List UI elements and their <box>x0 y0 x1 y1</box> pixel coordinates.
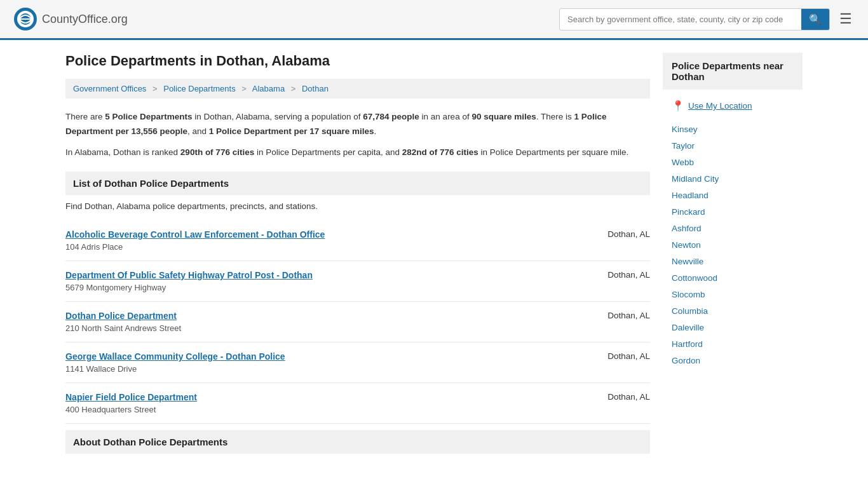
hamburger-icon[interactable]: ☰ <box>836 8 855 30</box>
sidebar-nearby-item: Pinckard <box>672 203 794 220</box>
listing-item-address: 400 Headquarters Street <box>65 405 650 414</box>
sidebar-nearby-item: Columbia <box>672 302 794 319</box>
about-section-header: About Dothan Police Departments <box>65 430 650 454</box>
info-p2-pre: In Alabama, Dothan is ranked <box>65 147 180 157</box>
sidebar-nearby-link[interactable]: Slocomb <box>672 290 705 299</box>
info-p1-pre: There are <box>65 112 105 121</box>
listing-item-header: Dothan Police Department Dothan, AL <box>65 311 650 321</box>
listing-item-name[interactable]: Department Of Public Safety Highway Patr… <box>65 270 313 280</box>
sidebar-nearby-link[interactable]: Taylor <box>672 141 695 151</box>
info-p2-rank2: 282nd of 776 cities <box>402 147 478 157</box>
search-bar: 🔍 <box>559 8 830 30</box>
site-header: CountyOffice.org 🔍 ☰ <box>0 0 868 40</box>
listing-item-header: George Wallace Community College - Dotha… <box>65 351 650 362</box>
listing-item: Alcoholic Beverage Control Law Enforceme… <box>65 220 650 261</box>
list-section-desc: Find Dothan, Alabama police departments,… <box>65 201 650 211</box>
info-p1-mid4: , and <box>187 126 209 136</box>
info-p1-end: . <box>374 126 376 136</box>
sidebar-nearby-item: Hartford <box>672 336 794 352</box>
listing-item-address: 104 Adris Place <box>65 242 650 252</box>
info-p1-pop: 67,784 people <box>363 112 419 121</box>
listing-item-header: Napier Field Police Department Dothan, A… <box>65 392 650 402</box>
listing-item-name[interactable]: Napier Field Police Department <box>65 392 197 402</box>
info-p1-mid: in Dothan, Alabama, serving a population… <box>193 112 363 121</box>
info-p1-area: 90 square miles <box>471 112 536 121</box>
listing-item-header: Department Of Public Safety Highway Patr… <box>65 270 650 280</box>
listings-container: Alcoholic Beverage Control Law Enforceme… <box>65 220 650 424</box>
listing-item: Napier Field Police Department Dothan, A… <box>65 383 650 424</box>
sidebar-nearby-link[interactable]: Newville <box>672 257 703 266</box>
listing-item-name[interactable]: George Wallace Community College - Dotha… <box>65 351 285 362</box>
info-p2-rank1: 290th of 776 cities <box>180 147 254 157</box>
sidebar-nearby-link[interactable]: Cottonwood <box>672 273 717 283</box>
info-p1-mid2: in an area of <box>419 112 472 121</box>
sidebar-nearby-item: Taylor <box>672 137 794 154</box>
sidebar-nearby-link[interactable]: Daleville <box>672 323 704 332</box>
sidebar-nearby-link[interactable]: Ashford <box>672 224 702 233</box>
listing-item: George Wallace Community College - Dotha… <box>65 342 650 383</box>
main-container: Police Departments in Dothan, Alabama Go… <box>53 40 815 466</box>
sidebar-nearby-item: Slocomb <box>672 286 794 302</box>
sidebar-nearby-item: Headland <box>672 187 794 203</box>
sidebar-nearby-item: Kinsey <box>672 121 794 137</box>
logo[interactable]: CountyOffice.org <box>13 6 128 32</box>
listing-item: Department Of Public Safety Highway Patr… <box>65 261 650 302</box>
sidebar-nearby-link[interactable]: Pinckard <box>672 207 705 217</box>
sidebar-nearby-list: KinseyTaylorWebbMidland CityHeadlandPinc… <box>663 121 803 369</box>
breadcrumb-sep-3: > <box>291 84 296 93</box>
sidebar-nearby-link[interactable]: Hartford <box>672 339 703 349</box>
sidebar-nearby-link[interactable]: Midland City <box>672 174 719 184</box>
breadcrumb-government-offices[interactable]: Government Offices <box>73 84 146 93</box>
listing-item-address: 1141 Wallace Drive <box>65 364 650 374</box>
sidebar-nearby-item: Newville <box>672 253 794 269</box>
sidebar-nearby-item: Ashford <box>672 220 794 236</box>
sidebar-nearby-link[interactable]: Columbia <box>672 306 708 316</box>
use-my-location-link[interactable]: Use My Location <box>688 101 752 111</box>
sidebar-header: Police Departments near Dothan <box>663 53 803 90</box>
listing-item-city: Dothan, AL <box>587 392 650 402</box>
logo-text: CountyOffice.org <box>42 13 128 26</box>
logo-icon <box>13 6 38 32</box>
sidebar-nearby-link[interactable]: Gordon <box>672 356 700 365</box>
sidebar-nearby-item: Cottonwood <box>672 269 794 286</box>
listing-item-name[interactable]: Dothan Police Department <box>65 311 177 321</box>
breadcrumb: Government Offices > Police Departments … <box>65 79 650 98</box>
sidebar-nearby-item: Newton <box>672 236 794 253</box>
sidebar: Police Departments near Dothan 📍 Use My … <box>663 53 803 454</box>
listing-item: Dothan Police Department Dothan, AL 210 … <box>65 302 650 342</box>
info-p1-per2: 1 Police Department per 17 square miles <box>209 126 374 136</box>
listing-item-city: Dothan, AL <box>587 229 650 239</box>
info-p2-mid: in Police Departments per capita, and <box>254 147 402 157</box>
sidebar-nearby-link[interactable]: Headland <box>672 191 709 200</box>
list-section-header: List of Dothan Police Departments <box>65 172 650 195</box>
header-right: 🔍 ☰ <box>559 8 855 30</box>
page-title: Police Departments in Dothan, Alabama <box>65 53 650 69</box>
info-p1-count: 5 Police Departments <box>105 112 192 121</box>
info-p2-end: in Police Departments per square mile. <box>478 147 628 157</box>
sidebar-nearby-item: Webb <box>672 154 794 170</box>
info-paragraph-1: There are 5 Police Departments in Dothan… <box>65 110 650 139</box>
sidebar-nearby-item: Daleville <box>672 319 794 336</box>
sidebar-nearby-link[interactable]: Webb <box>672 158 694 167</box>
location-icon: 📍 <box>672 100 684 112</box>
sidebar-location: 📍 Use My Location <box>663 96 803 116</box>
listing-item-address: 210 North Saint Andrews Street <box>65 323 650 333</box>
listing-item-name[interactable]: Alcoholic Beverage Control Law Enforceme… <box>65 229 325 240</box>
listing-item-header: Alcoholic Beverage Control Law Enforceme… <box>65 229 650 240</box>
breadcrumb-sep-2: > <box>241 84 247 93</box>
sidebar-nearby-item: Midland City <box>672 170 794 187</box>
listing-item-city: Dothan, AL <box>587 270 650 280</box>
content-area: Police Departments in Dothan, Alabama Go… <box>65 53 650 454</box>
listing-item-address: 5679 Montgomery Highway <box>65 283 650 292</box>
sidebar-nearby-link[interactable]: Newton <box>672 240 701 250</box>
listing-item-city: Dothan, AL <box>587 311 650 320</box>
search-button[interactable]: 🔍 <box>801 9 829 30</box>
sidebar-nearby-item: Gordon <box>672 352 794 369</box>
breadcrumb-alabama[interactable]: Alabama <box>252 84 285 93</box>
sidebar-nearby-link[interactable]: Kinsey <box>672 125 698 134</box>
breadcrumb-dothan[interactable]: Dothan <box>302 84 329 93</box>
search-input[interactable] <box>560 10 801 29</box>
info-paragraph-2: In Alabama, Dothan is ranked 290th of 77… <box>65 146 650 160</box>
breadcrumb-police-departments[interactable]: Police Departments <box>163 84 235 93</box>
info-p1-mid3: . There is <box>536 112 574 121</box>
